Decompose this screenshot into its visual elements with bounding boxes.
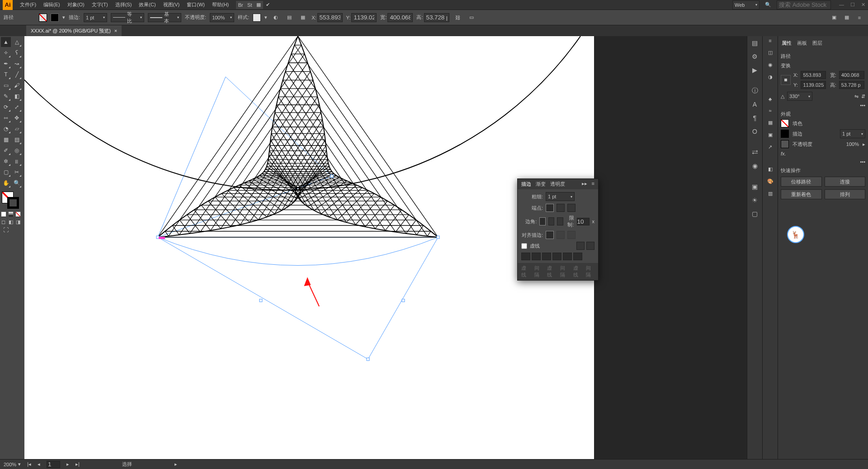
stroke-weight-input[interactable]: 1 pt <box>84 13 107 22</box>
menu-window[interactable]: 窗口(W) <box>183 1 208 8</box>
zoom-caret-icon[interactable]: ▾ <box>18 461 21 467</box>
gap-3[interactable] <box>573 253 582 260</box>
cap-round[interactable] <box>557 204 565 212</box>
draw-behind-icon[interactable]: ◧ <box>8 219 14 224</box>
maximize-icon[interactable]: ☐ <box>850 2 855 8</box>
style-caret-icon[interactable]: ▾ <box>264 14 267 20</box>
slice-tool[interactable]: ✂ <box>12 167 22 177</box>
info-icon[interactable]: ⓘ <box>750 86 760 96</box>
corner-miter[interactable] <box>539 217 545 225</box>
transform-panel-icon[interactable]: ◉ <box>768 62 773 68</box>
gap-2[interactable] <box>552 253 561 260</box>
magic-wand-tool[interactable]: ✧ <box>1 48 11 58</box>
none-mode-icon[interactable] <box>15 211 21 217</box>
zoom-tool[interactable]: 🔍 <box>12 178 22 188</box>
asset-icon[interactable]: ▣ <box>750 182 760 192</box>
bridge-icon[interactable]: Br <box>236 1 245 9</box>
tab-layers[interactable]: 图层 <box>812 40 822 47</box>
mesh-tool[interactable]: ▦ <box>1 135 11 145</box>
dash-checkbox[interactable] <box>521 243 527 249</box>
scale-tool[interactable]: ⤢ <box>12 102 22 112</box>
link-wh-icon[interactable]: ⛓ <box>453 13 463 23</box>
prop-fill-swatch[interactable] <box>781 119 789 127</box>
align-icon[interactable]: ▤ <box>284 13 294 23</box>
eraser-tool[interactable]: ◧ <box>12 91 22 101</box>
prev-artboard-icon[interactable]: ◂ <box>38 461 40 467</box>
artboard-index-input[interactable] <box>47 461 60 468</box>
minimize-icon[interactable]: — <box>839 2 844 8</box>
dash-2[interactable] <box>542 253 551 260</box>
opacity-input[interactable]: 100% <box>210 13 234 22</box>
stroke-dash-select[interactable]: 等比 <box>111 13 144 22</box>
menu-help[interactable]: 帮助(H) <box>208 1 232 8</box>
curvature-tool[interactable]: ↝ <box>12 59 22 69</box>
graphic-style-swatch[interactable] <box>253 14 261 22</box>
prop-y-input[interactable] <box>801 81 826 89</box>
direct-selection-tool[interactable]: △ <box>12 37 22 47</box>
type-tool[interactable]: T <box>1 70 11 80</box>
brushes-icon[interactable]: ≈ <box>769 108 771 113</box>
menu-object[interactable]: 对象(O) <box>64 1 88 8</box>
line-tool[interactable]: ╱ <box>12 70 22 80</box>
gpu-icon[interactable]: ✔ <box>263 1 272 9</box>
tab-artboards[interactable]: 画板 <box>797 40 807 47</box>
canvas[interactable]: 描边 渐变 透明度 ▸▸ ≡ 粗细:1 pt 端点: 边角: 限制: <box>24 36 747 459</box>
recolor-button[interactable]: 重新着色 <box>781 189 822 199</box>
prop-w-input[interactable] <box>839 71 864 79</box>
tab-stroke[interactable]: 描边 <box>521 181 531 188</box>
menu-type[interactable]: 文字(T) <box>88 1 112 8</box>
stock-icon[interactable]: St <box>245 1 254 9</box>
arrange-docs-icon[interactable]: ▦ <box>254 1 263 9</box>
document-tab[interactable]: XXXX.ai* @ 200% (RGB/GPU 预览) × <box>26 25 122 36</box>
swatches-panel-icon[interactable]: ▦ <box>768 120 773 126</box>
stroke-profile-select[interactable]: 基本 <box>148 13 181 22</box>
draw-normal-icon[interactable]: ◻ <box>1 219 6 224</box>
layers-panel-icon[interactable]: ▥ <box>768 191 773 197</box>
edit-mask-icon[interactable]: ▦ <box>842 13 852 23</box>
libraries-icon[interactable]: ▤ <box>750 38 760 48</box>
gear-icon[interactable]: ⚙ <box>750 52 760 61</box>
color-panel-icon[interactable]: ◧ <box>768 166 773 172</box>
flip-v-icon[interactable]: ⇵ <box>861 94 865 99</box>
send-icon[interactable]: ↗ <box>768 144 772 150</box>
pen-tool[interactable]: ✒ <box>1 59 11 69</box>
w-input[interactable] <box>387 13 413 22</box>
tab-properties[interactable]: 属性 <box>782 40 792 47</box>
workspace-switcher[interactable]: Web <box>732 0 760 9</box>
align-inside[interactable] <box>557 231 565 239</box>
suit-club-icon[interactable]: ♣ <box>769 96 772 102</box>
draw-inside-icon[interactable]: ◨ <box>15 219 21 224</box>
lasso-tool[interactable]: ʕ <box>12 48 22 58</box>
appearance-panel-icon[interactable]: ◑ <box>768 74 773 80</box>
y-input[interactable] <box>351 13 377 22</box>
shaper-tool[interactable]: ✎ <box>1 91 11 101</box>
corner-round[interactable] <box>548 217 554 225</box>
join-button[interactable]: 连接 <box>825 177 866 187</box>
corner-bevel[interactable] <box>557 217 563 225</box>
prop-x-input[interactable] <box>801 71 826 79</box>
gradient-tool[interactable]: ▤ <box>12 135 22 145</box>
fx-label[interactable]: fx. <box>781 151 865 156</box>
rotate-tool[interactable]: ⟳ <box>1 102 11 112</box>
angle-input[interactable]: 330° <box>787 92 812 101</box>
ref-point-widget[interactable] <box>781 75 791 85</box>
offset-path-button[interactable]: 位移路径 <box>781 177 822 187</box>
align-panel-icon[interactable]: ≡ <box>769 38 771 43</box>
prop-opacity-swatch[interactable] <box>781 140 789 148</box>
perspective-tool[interactable]: ▱ <box>12 124 22 134</box>
free-transform-tool[interactable]: ✥ <box>12 113 22 123</box>
menu-effect[interactable]: 效果(C) <box>135 1 159 8</box>
recolor-icon[interactable]: ◐ <box>271 13 281 23</box>
last-artboard-icon[interactable]: ▸| <box>75 461 80 467</box>
opacity-caret-icon[interactable]: ▸ <box>863 141 865 147</box>
menu-file[interactable]: 文件(F) <box>16 1 40 8</box>
menu-view[interactable]: 视图(V) <box>160 1 184 8</box>
dash-1[interactable] <box>521 253 530 260</box>
dash-mode-a[interactable] <box>576 242 585 250</box>
h-input[interactable] <box>424 13 449 22</box>
color-mode-icon[interactable] <box>1 211 6 217</box>
first-artboard-icon[interactable]: |◂ <box>27 461 31 467</box>
toolbox-stroke-swatch[interactable] <box>7 197 19 209</box>
transform-ref-icon[interactable]: ▦ <box>298 13 308 23</box>
symbols-panel-icon[interactable]: ▣ <box>768 132 773 138</box>
